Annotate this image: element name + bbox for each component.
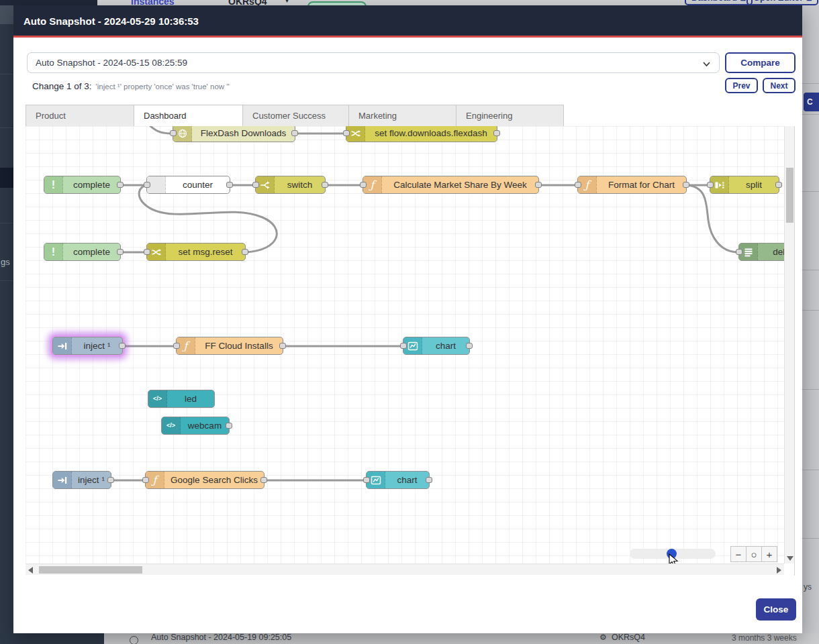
- node-port-out[interactable]: [119, 343, 126, 349]
- node-port-in[interactable]: [343, 130, 350, 136]
- node-label: switch: [275, 176, 325, 193]
- horizontal-scrollbar[interactable]: [26, 564, 784, 575]
- modal-header: Auto Snapshot - 2024-05-29 10:36:53: [13, 5, 802, 38]
- node-calculate-market-share-by-week[interactable]: ƒCalculate Market Share By Week: [363, 176, 539, 194]
- node-port-in[interactable]: [144, 249, 150, 255]
- next-button[interactable]: Next: [763, 78, 796, 93]
- node-port-out[interactable]: [493, 130, 500, 136]
- node-port-out[interactable]: [426, 477, 432, 483]
- node-port-out[interactable]: [107, 477, 114, 483]
- node-port-out[interactable]: [683, 182, 689, 188]
- node-port-in[interactable]: [575, 182, 581, 188]
- project-name[interactable]: OKRsQ4: [228, 0, 267, 5]
- row-divider: [802, 270, 819, 270]
- node-port-in[interactable]: [400, 343, 407, 349]
- tab-product[interactable]: Product: [26, 105, 134, 127]
- node-port-out[interactable]: [117, 182, 124, 188]
- node-label: FF Cloud Installs: [195, 337, 283, 354]
- node-port-out[interactable]: [291, 130, 298, 136]
- node-port-in[interactable]: [736, 249, 742, 255]
- scroll-left-arrow[interactable]: [28, 567, 33, 574]
- gear-icon: ⚙: [599, 633, 607, 642]
- sidebar-item-label-fragment[interactable]: gs: [1, 257, 10, 267]
- node-inject-ff-cloud[interactable]: inject ¹: [52, 337, 123, 355]
- open-editor-button[interactable]: Open Editor ⧉: [746, 0, 818, 5]
- node-complete-2[interactable]: !complete: [44, 243, 121, 261]
- background-text-fragment: ys: [804, 582, 812, 592]
- node-label: Google Search Clicks: [164, 472, 264, 488]
- tab-engineering[interactable]: Engineering: [456, 105, 564, 127]
- node-label: webcam: [181, 417, 229, 434]
- dashboard-button[interactable]: Dashboard ⧉: [685, 0, 753, 5]
- node-switch[interactable]: switch: [255, 176, 326, 194]
- node-flexdash-downloads[interactable]: FlexDash Downloads: [173, 126, 295, 142]
- node-port-in[interactable]: [142, 477, 149, 483]
- node-port-out[interactable]: [279, 343, 286, 349]
- tab-dashboard[interactable]: Dashboard: [134, 105, 243, 127]
- node-port-in[interactable]: [170, 130, 177, 136]
- node-port-in[interactable]: [144, 182, 150, 188]
- instances-link[interactable]: Instances: [131, 0, 175, 5]
- zoom-in-button[interactable]: +: [761, 546, 777, 562]
- scroll-down-arrow[interactable]: [787, 556, 793, 561]
- node-port-out[interactable]: [117, 249, 124, 255]
- node-ff-cloud-installs[interactable]: ƒFF Cloud Installs: [176, 337, 283, 355]
- row-divider: [802, 389, 819, 390]
- sidebar-divider: [0, 74, 13, 74]
- inject-icon: [53, 337, 72, 354]
- vertical-scrollbar[interactable]: [784, 126, 794, 564]
- tab-marketing[interactable]: Marketing: [349, 105, 456, 127]
- node-chart-1[interactable]: chart: [403, 337, 470, 355]
- zoom-reset-button[interactable]: ○: [746, 546, 762, 562]
- node-format-for-chart[interactable]: ƒFormat for Chart: [577, 176, 687, 194]
- node-port-in[interactable]: [360, 182, 367, 188]
- row-divider: [802, 470, 819, 470]
- snapshot-select[interactable]: Auto Snapshot - 2024-05-15 08:25:59: [27, 52, 720, 73]
- vertical-scrollbar-thumb[interactable]: [786, 168, 793, 223]
- node-inject-google[interactable]: inject ¹: [52, 471, 111, 489]
- node-label: counter: [166, 176, 230, 193]
- node-complete-1[interactable]: !complete: [44, 176, 121, 194]
- background-compare-button-fragment[interactable]: C: [804, 93, 819, 111]
- node-counter[interactable]: counter: [146, 176, 230, 194]
- node-port-out[interactable]: [226, 423, 232, 429]
- node-port-out[interactable]: [260, 477, 267, 483]
- flow-tabs: Product Dashboard Customer Success Marke…: [26, 105, 564, 127]
- node-port-out[interactable]: [226, 182, 233, 188]
- scroll-right-arrow[interactable]: [777, 567, 781, 574]
- prev-button[interactable]: Prev: [725, 78, 758, 93]
- node-chart-2[interactable]: chart: [366, 471, 430, 489]
- row-divider: [802, 538, 819, 539]
- node-google-search-clicks[interactable]: ƒGoogle Search Clicks: [145, 471, 264, 489]
- node-set-msg-reset[interactable]: set msg.reset: [146, 243, 246, 261]
- node-port-out[interactable]: [242, 249, 248, 255]
- zoom-out-button[interactable]: −: [730, 546, 746, 562]
- node-set-flow-downloads-flexdash[interactable]: set flow.downloads.flexdash: [346, 126, 497, 142]
- sidebar-active-item[interactable]: [0, 168, 13, 188]
- node-port-in[interactable]: [252, 182, 259, 188]
- node-webcam[interactable]: </>webcam: [161, 417, 230, 435]
- node-debug[interactable]: debug: [738, 243, 784, 261]
- node-led[interactable]: </>led: [148, 390, 215, 408]
- node-port-out[interactable]: [775, 182, 782, 188]
- node-label: inject ¹: [72, 472, 111, 488]
- node-port-out[interactable]: [322, 182, 328, 188]
- compare-button[interactable]: Compare: [725, 52, 796, 73]
- node-split[interactable]: split: [710, 176, 779, 194]
- exclamation-icon: !: [44, 176, 63, 193]
- inject-icon: [53, 472, 72, 488]
- flow-canvas[interactable]: FlexDash Downloadsset flow.downloads.fle…: [26, 126, 784, 564]
- node-port-in[interactable]: [173, 343, 180, 349]
- node-port-out[interactable]: [535, 182, 542, 188]
- horizontal-scrollbar-thumb[interactable]: [39, 566, 142, 574]
- node-port-in[interactable]: [707, 182, 714, 188]
- node-port-out[interactable]: [466, 343, 473, 349]
- flow-wire[interactable]: [687, 185, 738, 252]
- tab-customer-success[interactable]: Customer Success: [243, 105, 349, 127]
- node-port-in[interactable]: [363, 477, 370, 483]
- sidebar-divider: [0, 127, 13, 128]
- close-button[interactable]: Close: [756, 598, 796, 621]
- row-divider: [802, 114, 819, 115]
- flow-wire[interactable]: [139, 185, 277, 252]
- node-label: inject ¹: [72, 337, 122, 354]
